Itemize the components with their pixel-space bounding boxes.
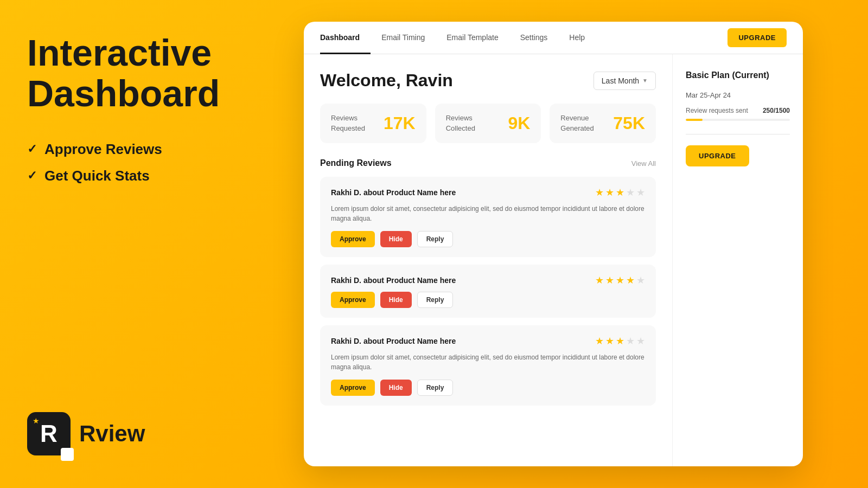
star-2-4: ★: [626, 274, 635, 286]
approve-button-3[interactable]: Approve: [331, 380, 375, 396]
period-label: Last Month: [602, 76, 639, 85]
view-all-link[interactable]: View All: [631, 159, 656, 168]
sidebar-upgrade-button[interactable]: UPGRADE: [686, 145, 749, 166]
reply-button-3[interactable]: Reply: [417, 380, 454, 396]
stat-value-reviews-collected: 9K: [508, 113, 530, 133]
star-1-4: ★: [626, 187, 635, 198]
approve-button-1[interactable]: Approve: [331, 231, 375, 247]
check-icon: ✓: [27, 169, 37, 183]
brand-logo: ★ R: [27, 412, 71, 455]
feature-list: ✓Approve Reviews✓Get Quick Stats: [27, 141, 233, 184]
sidebar-content: Basic Plan (Current) Mar 25-Apr 24 Revie…: [673, 54, 803, 466]
star-1-5: ★: [636, 187, 645, 198]
logo-tail: [61, 448, 74, 461]
star-3-1: ★: [595, 335, 604, 347]
plan-requests-label: Review requests sent: [686, 107, 748, 114]
right-panel: Dashboard Email Timing Email Template Se…: [260, 0, 868, 488]
plan-date: Mar 25-Apr 24: [686, 91, 790, 99]
review-card-3: Rakhi D. about Product Name here ★ ★ ★ ★…: [320, 325, 656, 406]
review-text-1: Lorem ipsum dolor sit amet, consectetur …: [331, 204, 645, 223]
stars-1: ★ ★ ★ ★ ★: [595, 187, 645, 198]
star-3-3: ★: [616, 335, 624, 347]
hide-button-3[interactable]: Hide: [380, 380, 412, 396]
review-author-3: Rakhi D. about Product Name here: [331, 337, 456, 345]
dashboard-content: Welcome, Ravin Last Month ▼ ReviewsReque…: [304, 54, 803, 466]
star-3-5: ★: [636, 335, 645, 347]
nav-bar: Dashboard Email Timing Email Template Se…: [304, 22, 803, 54]
title-line2: Dashboard: [27, 73, 220, 114]
nav-dashboard[interactable]: Dashboard: [320, 22, 371, 54]
stars-3: ★ ★ ★ ★ ★: [595, 335, 645, 347]
hide-button-2[interactable]: Hide: [380, 292, 412, 308]
plan-requests-row: Review requests sent 250/1500: [686, 107, 790, 114]
review-author-2: Rakhi D. about Product Name here: [331, 276, 456, 285]
title-line1: Interactive: [27, 32, 212, 73]
stat-value-revenue-generated: 75K: [613, 113, 645, 133]
review-text-3: Lorem ipsum dolor sit amet, consectetur …: [331, 352, 645, 372]
main-content: Welcome, Ravin Last Month ▼ ReviewsReque…: [304, 54, 673, 466]
section-header: Pending Reviews View All: [320, 158, 656, 168]
review-header-1: Rakhi D. about Product Name here ★ ★ ★ ★…: [331, 187, 645, 198]
star-1-1: ★: [595, 187, 604, 198]
star-3-2: ★: [605, 335, 614, 347]
stat-card-reviews-requested: ReviewsRequested 17K: [320, 104, 426, 143]
stat-card-reviews-collected: ReviewsCollected 9K: [435, 104, 541, 143]
hide-button-1[interactable]: Hide: [380, 231, 412, 247]
stars-2: ★ ★ ★ ★ ★: [595, 274, 645, 286]
feature-item: ✓Get Quick Stats: [27, 168, 233, 184]
reply-button-2[interactable]: Reply: [417, 292, 454, 308]
plan-progress-bar: [686, 119, 790, 121]
feature-item: ✓Approve Reviews: [27, 141, 233, 158]
stat-card-revenue-generated: RevenueGenerated 75K: [550, 104, 656, 143]
reply-button-1[interactable]: Reply: [417, 231, 454, 247]
star-icon: ★: [33, 416, 40, 424]
nav-email-timing[interactable]: Email Timing: [371, 22, 436, 54]
nav-email-template[interactable]: Email Template: [436, 22, 509, 54]
welcome-text: Welcome, Ravin: [320, 70, 453, 91]
brand-area: ★ R Rview: [27, 412, 233, 455]
review-actions-2: Approve Hide Reply: [331, 292, 645, 308]
review-card-2: Rakhi D. about Product Name here ★ ★ ★ ★…: [320, 265, 656, 318]
plan-requests-value: 250/1500: [763, 107, 790, 114]
stat-label-reviews-requested: ReviewsRequested: [331, 113, 365, 133]
dashboard-window: Dashboard Email Timing Email Template Se…: [304, 22, 803, 466]
main-title: Interactive Dashboard: [27, 33, 233, 114]
plan-divider: [686, 134, 790, 134]
review-actions-3: Approve Hide Reply: [331, 380, 645, 396]
plan-title: Basic Plan (Current): [686, 70, 790, 80]
stat-label-reviews-collected: ReviewsCollected: [446, 113, 475, 133]
welcome-row: Welcome, Ravin Last Month ▼: [320, 70, 656, 91]
review-author-1: Rakhi D. about Product Name here: [331, 188, 456, 197]
check-icon: ✓: [27, 142, 37, 156]
stats-row: ReviewsRequested 17K ReviewsCollected 9K…: [320, 104, 656, 143]
chevron-down-icon: ▼: [642, 78, 648, 84]
approve-button-2[interactable]: Approve: [331, 292, 375, 308]
brand-letter: R: [40, 420, 58, 447]
nav-upgrade-button[interactable]: UPGRADE: [727, 28, 787, 47]
star-2-5: ★: [636, 274, 645, 286]
left-top-content: Interactive Dashboard ✓Approve Reviews✓G…: [27, 33, 233, 184]
plan-progress-fill: [686, 119, 703, 121]
star-2-2: ★: [605, 274, 614, 286]
review-actions-1: Approve Hide Reply: [331, 231, 645, 247]
stat-label-revenue-generated: RevenueGenerated: [560, 113, 593, 133]
brand-name: Rview: [79, 421, 145, 447]
review-header-3: Rakhi D. about Product Name here ★ ★ ★ ★…: [331, 335, 645, 347]
stat-value-reviews-requested: 17K: [384, 113, 416, 133]
star-3-4: ★: [626, 335, 635, 347]
period-selector[interactable]: Last Month ▼: [593, 72, 656, 90]
left-panel: Interactive Dashboard ✓Approve Reviews✓G…: [0, 0, 260, 488]
nav-settings[interactable]: Settings: [509, 22, 559, 54]
star-2-3: ★: [616, 274, 624, 286]
star-1-3: ★: [616, 187, 624, 198]
review-header-2: Rakhi D. about Product Name here ★ ★ ★ ★…: [331, 274, 645, 286]
nav-help[interactable]: Help: [558, 22, 596, 54]
star-2-1: ★: [595, 274, 604, 286]
section-title: Pending Reviews: [320, 158, 392, 168]
review-card-1: Rakhi D. about Product Name here ★ ★ ★ ★…: [320, 177, 656, 257]
star-1-2: ★: [605, 187, 614, 198]
